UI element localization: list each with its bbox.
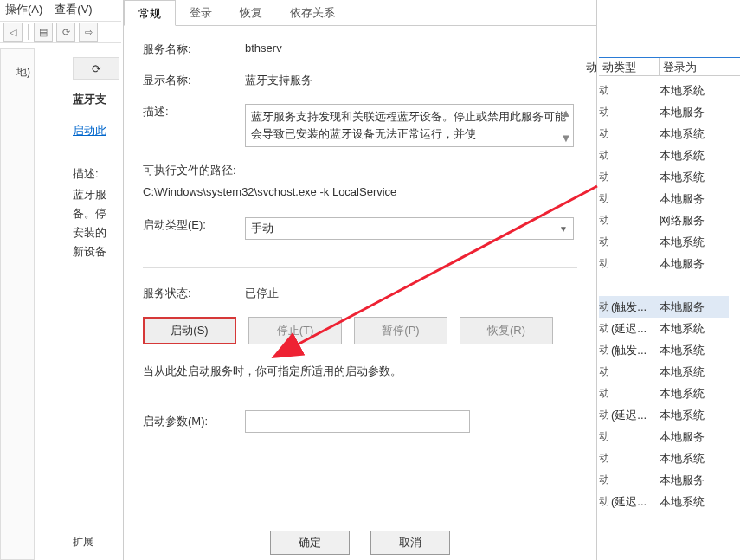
left-detail-panel: ⟳ 蓝牙支 启动此 描述: 蓝牙服 备。停 安装的 新设备 扩展: [73, 57, 125, 263]
table-row[interactable]: 动本地服务: [599, 469, 729, 491]
cell-status-cut: 动: [599, 256, 611, 271]
start-param-input[interactable]: [245, 410, 470, 433]
desc-text-cut: 安装的: [73, 225, 125, 241]
cell-logon-as: 本地服务: [660, 429, 729, 445]
table-row[interactable]: [599, 274, 729, 296]
cell-logon-as: 本地系统: [660, 148, 729, 164]
ext-tab[interactable]: 扩展: [73, 535, 93, 550]
divider: [28, 24, 29, 40]
table-row[interactable]: 动本地系统: [599, 361, 729, 383]
pause-button: 暂停(P): [354, 317, 447, 344]
startup-type-combo[interactable]: 手动 ▼: [245, 217, 574, 240]
table-row[interactable]: 动本地系统: [599, 123, 729, 145]
tab-logon[interactable]: 登录: [176, 0, 226, 26]
table-row[interactable]: 动本地服务: [599, 188, 729, 209]
exe-path-value: C:\Windows\system32\svchost.exe -k Local…: [143, 185, 577, 198]
table-row[interactable]: 动本地服务: [599, 101, 729, 123]
tb-list-icon[interactable]: ▤: [34, 23, 53, 42]
cell-status-cut: 动: [599, 386, 611, 401]
cell-status-cut: 动: [599, 235, 611, 249]
cell-logon-as: 本地服务: [660, 191, 729, 207]
table-row[interactable]: 动(延迟...本地系统: [599, 491, 729, 512]
service-name-value: bthserv: [245, 42, 577, 55]
tb-refresh-icon[interactable]: ⟳: [56, 23, 75, 42]
chevron-up-icon: ▲: [561, 105, 572, 122]
ok-button[interactable]: 确定: [270, 531, 350, 555]
cell-status-cut: 动: [599, 105, 611, 119]
tb-back-icon[interactable]: ◁: [3, 23, 23, 42]
table-header: 动 动类型 登录为: [599, 57, 740, 76]
tab-deps[interactable]: 依存关系: [276, 0, 349, 26]
cell-logon-as: 本地系统: [660, 83, 729, 99]
cell-status-cut: 动: [599, 191, 611, 206]
table-row[interactable]: 动本地服务: [599, 426, 729, 447]
menu-action[interactable]: 操作(A): [5, 2, 42, 17]
cell-status-cut: 动: [599, 473, 611, 487]
col-logon-as[interactable]: 登录为: [660, 58, 740, 75]
cell-status-cut: 动: [599, 494, 611, 509]
cancel-button[interactable]: 取消: [370, 531, 450, 555]
left-tree-strip: 地): [0, 48, 35, 560]
table-row[interactable]: 动本地服务: [599, 253, 729, 274]
startup-type-label: 启动类型(E):: [143, 217, 245, 233]
cell-logon-as: 本地服务: [660, 105, 729, 120]
table-row[interactable]: 动本地系统: [599, 166, 729, 188]
tb-export-icon[interactable]: ⇨: [79, 23, 98, 42]
table-row[interactable]: 动本地系统: [599, 145, 729, 166]
start-button[interactable]: 启动(S): [143, 317, 236, 344]
startup-type-value: 手动: [251, 221, 273, 236]
cell-status-cut: 动: [599, 429, 611, 444]
table-row[interactable]: 动本地系统: [599, 231, 729, 253]
description-value: 蓝牙服务支持发现和关联远程蓝牙设备。停止或禁用此服务可能会导致已安装的蓝牙设备无…: [245, 104, 574, 147]
tab-recovery[interactable]: 恢复: [226, 0, 276, 26]
chevron-down-icon: ▼: [561, 130, 572, 147]
cell-logon-as: 网络服务: [660, 213, 729, 229]
cell-status-cut: 动: [599, 343, 611, 357]
cell-status-cut: 动: [599, 408, 611, 422]
table-row[interactable]: 动(延迟...本地系统: [599, 318, 729, 339]
service-name-label: 服务名称:: [143, 42, 245, 57]
table-row[interactable]: 动本地系统: [599, 447, 729, 469]
chevron-down-icon: ▼: [559, 224, 568, 234]
properties-dialog: 常规 登录 恢复 依存关系 服务名称: bthserv 显示名称: 蓝牙支持服务…: [123, 0, 597, 560]
cell-status-cut: 动: [599, 83, 611, 98]
toolbar: ◁ ▤ ⟳ ⇨: [0, 21, 121, 43]
service-state-label: 服务状态:: [143, 286, 245, 301]
cell-logon-as: 本地系统: [660, 364, 729, 380]
table-row[interactable]: 动本地系统: [599, 80, 729, 101]
scrollbar[interactable]: ▲▼: [559, 105, 573, 146]
col-startup-type[interactable]: 动类型: [599, 58, 660, 75]
dialog-tabs: 常规 登录 恢复 依存关系: [124, 0, 596, 26]
cell-logon-as: 本地系统: [660, 126, 729, 142]
table-row[interactable]: 动(触发...本地服务: [599, 296, 729, 318]
cell-logon-as: 本地服务: [660, 256, 729, 272]
description-label: 描述:: [143, 104, 245, 119]
panel-refresh-icon[interactable]: ⟳: [73, 57, 119, 80]
display-name-label: 显示名称:: [143, 73, 245, 88]
cell-logon-as: 本地服务: [660, 299, 729, 315]
table-row[interactable]: 动网络服务: [599, 209, 729, 231]
cell-logon-as: 本地系统: [660, 170, 729, 185]
start-hint: 当从此处启动服务时，你可指定所适用的启动参数。: [143, 364, 577, 379]
menu-view[interactable]: 查看(V): [55, 2, 92, 17]
tree-node-cut[interactable]: 地): [16, 65, 30, 80]
menubar: 操作(A) 查看(V): [0, 0, 98, 19]
desc-label: 描述:: [73, 166, 125, 182]
table-row[interactable]: 动(触发...本地系统: [599, 339, 729, 361]
cell-startup-type: (触发...: [611, 343, 660, 358]
cell-startup-type: (延迟...: [611, 321, 660, 337]
cell-logon-as: 本地系统: [660, 321, 729, 337]
display-name-value: 蓝牙支持服务: [245, 73, 577, 88]
start-link[interactable]: 启动此: [73, 123, 125, 138]
col-cut: 动: [586, 60, 597, 75]
cell-logon-as: 本地系统: [660, 451, 729, 467]
table-row[interactable]: 动(延迟...本地系统: [599, 404, 729, 426]
cell-startup-type: (延迟...: [611, 494, 660, 510]
table-row[interactable]: 动本地系统: [599, 383, 729, 404]
desc-text-cut: 蓝牙服: [73, 187, 125, 203]
tab-general[interactable]: 常规: [124, 0, 176, 26]
cell-status-cut: 动: [599, 126, 611, 141]
desc-text-cut: 新设备: [73, 244, 125, 260]
cell-logon-as: 本地服务: [660, 473, 729, 488]
service-state-value: 已停止: [245, 286, 577, 301]
